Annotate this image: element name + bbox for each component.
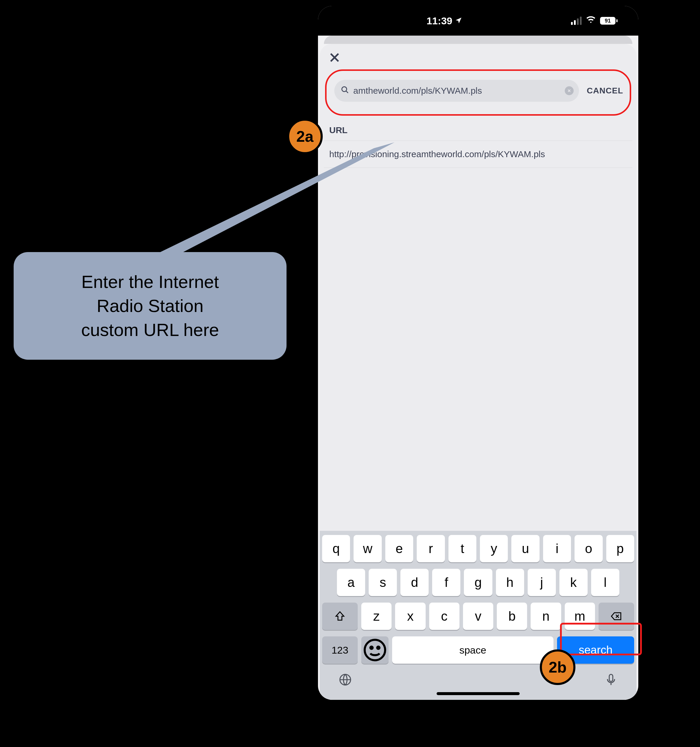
key-g[interactable]: g — [464, 569, 492, 596]
key-r[interactable]: r — [417, 535, 444, 562]
cellular-icon — [571, 17, 582, 25]
key-s[interactable]: s — [369, 569, 397, 596]
url-section-title: URL — [320, 116, 637, 141]
key-l[interactable]: l — [591, 569, 619, 596]
key-w[interactable]: w — [354, 535, 381, 562]
key-m[interactable]: m — [565, 603, 595, 630]
key-k[interactable]: k — [559, 569, 588, 596]
search-sheet: amtheworld.com/pls/KYWAM.pls CANCEL URL … — [320, 44, 637, 700]
key-h[interactable]: h — [496, 569, 524, 596]
key-c[interactable]: c — [429, 603, 460, 630]
key-p[interactable]: p — [606, 535, 634, 562]
search-input[interactable]: amtheworld.com/pls/KYWAM.pls — [334, 80, 579, 102]
search-input-value: amtheworld.com/pls/KYWAM.pls — [353, 86, 561, 96]
clear-input-icon[interactable] — [565, 86, 574, 95]
key-y[interactable]: y — [480, 535, 508, 562]
keyboard-row-1: q w e r t y u i o p — [322, 535, 634, 562]
key-x[interactable]: x — [395, 603, 425, 630]
svg-point-1 — [365, 640, 385, 661]
key-a[interactable]: a — [337, 569, 365, 596]
battery-pct: 91 — [600, 17, 615, 25]
phone-frame: 11:39 91 — [318, 6, 638, 700]
key-t[interactable]: t — [449, 535, 476, 562]
status-time-area: 11:39 — [318, 15, 571, 27]
shift-key[interactable] — [322, 603, 358, 630]
step-badge-2b: 2b — [540, 649, 575, 685]
svg-rect-5 — [609, 674, 613, 682]
url-result-text: http://provisioning.streamtheworld.com/p… — [329, 149, 545, 159]
location-icon — [455, 15, 463, 27]
callout-instruction: Enter the Internet Radio Station custom … — [14, 252, 287, 360]
callout-line-2: Radio Station — [29, 294, 272, 318]
wifi-icon — [586, 15, 596, 27]
key-n[interactable]: n — [531, 603, 561, 630]
callout-line-3: custom URL here — [29, 318, 272, 342]
step-badge-2a: 2a — [287, 119, 323, 154]
search-row-highlight: amtheworld.com/pls/KYWAM.pls CANCEL — [325, 70, 631, 116]
key-i[interactable]: i — [543, 535, 571, 562]
status-indicators: 91 — [571, 15, 618, 27]
keyboard-row-bottom: 123 space search — [322, 637, 634, 664]
keyboard-footer — [322, 670, 634, 700]
status-bar: 11:39 91 — [318, 6, 638, 36]
svg-point-2 — [370, 647, 373, 649]
key-q[interactable]: q — [322, 535, 350, 562]
keyboard-row-3: z x c v b n m — [322, 603, 634, 630]
key-v[interactable]: v — [463, 603, 493, 630]
dictation-icon[interactable] — [604, 673, 618, 688]
numeric-key[interactable]: 123 — [322, 637, 358, 664]
key-o[interactable]: o — [575, 535, 602, 562]
keyboard-row-2: a s d f g h j k l — [322, 569, 634, 596]
callout-line-1: Enter the Internet — [29, 270, 272, 294]
key-f[interactable]: f — [432, 569, 460, 596]
close-icon[interactable] — [328, 60, 341, 65]
on-screen-keyboard: q w e r t y u i o p a s d f g h j k l — [320, 531, 637, 700]
emoji-key[interactable] — [361, 637, 389, 664]
key-u[interactable]: u — [511, 535, 539, 562]
sheet-stack-hint — [324, 36, 632, 44]
key-z[interactable]: z — [361, 603, 392, 630]
svg-point-0 — [342, 86, 347, 91]
key-d[interactable]: d — [401, 569, 429, 596]
key-j[interactable]: j — [528, 569, 556, 596]
status-time: 11:39 — [426, 15, 452, 27]
cancel-button[interactable]: CANCEL — [587, 86, 623, 95]
home-indicator[interactable] — [437, 692, 520, 695]
space-key[interactable]: space — [392, 637, 553, 664]
backspace-key[interactable] — [599, 603, 634, 630]
url-result-row[interactable]: http://provisioning.streamtheworld.com/p… — [324, 141, 632, 168]
search-icon — [341, 86, 349, 96]
svg-point-3 — [377, 647, 379, 649]
key-e[interactable]: e — [385, 535, 413, 562]
key-b[interactable]: b — [497, 603, 527, 630]
battery-icon: 91 — [600, 17, 618, 25]
globe-icon[interactable] — [338, 673, 352, 688]
